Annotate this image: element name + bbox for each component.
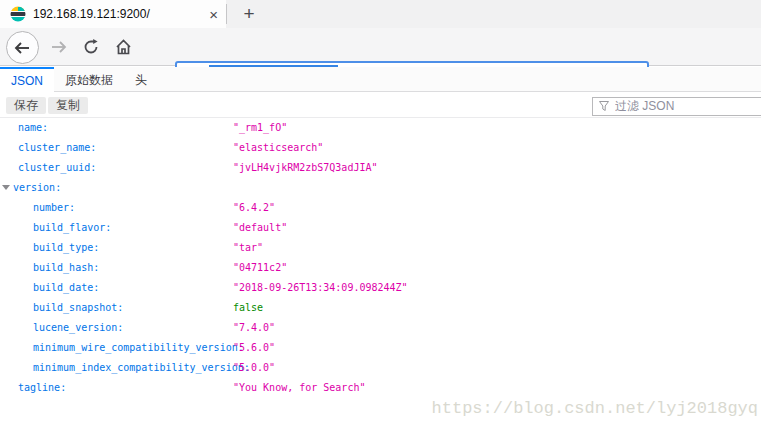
json-value: "5.6.0" bbox=[233, 338, 275, 358]
filter-funnel-icon bbox=[599, 101, 609, 111]
json-row: number: "6.4.2" bbox=[0, 198, 761, 218]
navigation-toolbar: 192.168.19.121:9200 ••• ☆ bbox=[0, 28, 761, 66]
json-value: false bbox=[233, 298, 263, 318]
json-row: build_flavor: "default" bbox=[0, 218, 761, 238]
json-value: "tar" bbox=[233, 238, 263, 258]
json-value: "You Know, for Search" bbox=[233, 378, 365, 398]
tab-json[interactable]: JSON bbox=[0, 67, 54, 92]
json-row: build_snapshot: false bbox=[0, 298, 761, 318]
json-row: cluster_name: "elasticsearch" bbox=[0, 138, 761, 158]
save-button[interactable]: 保存 bbox=[6, 97, 46, 114]
json-key: version: bbox=[13, 182, 61, 193]
json-key: build_flavor: bbox=[33, 222, 111, 233]
json-value: "04711c2" bbox=[233, 258, 287, 278]
json-value: "elasticsearch" bbox=[233, 138, 323, 158]
json-value: "_rm1_fO" bbox=[233, 118, 287, 138]
tab-close-icon[interactable]: × bbox=[209, 7, 218, 22]
json-row: minimum_index_compatibility_version: "5.… bbox=[0, 358, 761, 378]
json-row: cluster_uuid: "jvLH4vjkRM2zbS7Q3adJIA" bbox=[0, 158, 761, 178]
json-key: lucene_version: bbox=[33, 322, 123, 333]
json-viewer-toolbar: 保存 复制 bbox=[0, 93, 761, 118]
json-key: name: bbox=[18, 122, 48, 133]
home-button[interactable] bbox=[108, 28, 138, 66]
json-value: "7.4.0" bbox=[233, 318, 275, 338]
json-row-expandable[interactable]: version: bbox=[0, 178, 761, 198]
new-tab-button[interactable]: + bbox=[234, 0, 264, 28]
json-key: build_snapshot: bbox=[33, 302, 123, 313]
browser-tab-strip: 192.168.19.121:9200/ × + bbox=[0, 0, 761, 28]
json-value: "default" bbox=[233, 218, 287, 238]
elasticsearch-favicon-icon bbox=[10, 6, 26, 22]
tab-raw-data[interactable]: 原始数据 bbox=[54, 67, 124, 92]
browser-tab[interactable]: 192.168.19.121:9200/ × bbox=[0, 0, 226, 28]
json-tree: name: "_rm1_fO" cluster_name: "elasticse… bbox=[0, 118, 761, 431]
json-row: build_date: "2018-09-26T13:34:09.098244Z… bbox=[0, 278, 761, 298]
json-key: build_hash: bbox=[33, 262, 99, 273]
expander-arrow-icon[interactable] bbox=[2, 185, 10, 190]
json-row: minimum_wire_compatibility_version: "5.6… bbox=[0, 338, 761, 358]
json-row: tagline: "You Know, for Search" bbox=[0, 378, 761, 398]
back-button[interactable] bbox=[6, 31, 39, 64]
json-row: build_hash: "04711c2" bbox=[0, 258, 761, 278]
json-value: "2018-09-26T13:34:09.098244Z" bbox=[233, 278, 408, 298]
json-row: build_type: "tar" bbox=[0, 238, 761, 258]
copy-button[interactable]: 复制 bbox=[48, 97, 88, 114]
json-key: minimum_wire_compatibility_version: bbox=[33, 342, 244, 353]
json-value: "5.0.0" bbox=[233, 358, 275, 378]
json-key: tagline: bbox=[18, 382, 66, 393]
tab-title: 192.168.19.121:9200/ bbox=[33, 7, 203, 21]
json-key: cluster_uuid: bbox=[18, 162, 96, 173]
tab-headers[interactable]: 头 bbox=[124, 67, 158, 92]
forward-button[interactable] bbox=[44, 28, 74, 66]
json-row: lucene_version: "7.4.0" bbox=[0, 318, 761, 338]
tab-separator bbox=[226, 4, 227, 24]
csdn-watermark: https://blog.csdn.net/lyj2018gyq bbox=[432, 399, 758, 418]
json-key: cluster_name: bbox=[18, 142, 96, 153]
reload-button[interactable] bbox=[76, 28, 106, 66]
json-viewer-tabs: JSON 原始数据 头 bbox=[0, 67, 761, 92]
json-key: build_type: bbox=[33, 242, 99, 253]
json-key: number: bbox=[33, 202, 75, 213]
filter-json-input[interactable] bbox=[592, 97, 761, 116]
json-value: "jvLH4vjkRM2zbS7Q3adJIA" bbox=[233, 158, 378, 178]
json-value: "6.4.2" bbox=[233, 198, 275, 218]
json-key: build_date: bbox=[33, 282, 99, 293]
json-key: minimum_index_compatibility_version: bbox=[33, 362, 250, 373]
json-row: name: "_rm1_fO" bbox=[0, 118, 761, 138]
